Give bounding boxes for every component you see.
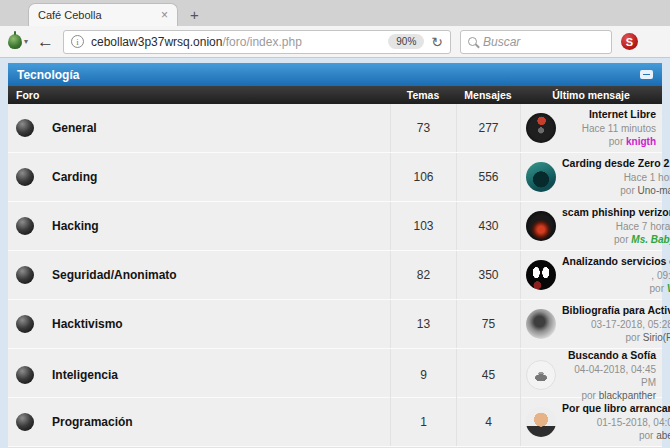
por-label: por — [620, 185, 637, 196]
search-icon — [468, 37, 477, 46]
last-post-title-link[interactable]: Bibliografía para Activis... — [562, 304, 670, 318]
forum-status-icon — [16, 266, 34, 284]
forum-name-link[interactable]: General — [42, 121, 390, 135]
forum-status-icon — [16, 413, 34, 431]
zoom-level-badge[interactable]: 90% — [388, 34, 424, 49]
back-button[interactable]: ← — [37, 33, 54, 50]
forum-status-icon — [16, 217, 34, 235]
onion-icon — [8, 34, 22, 49]
last-post-author-link[interactable]: knigth — [626, 136, 656, 147]
topic-count: 73 — [390, 104, 456, 152]
last-post-by: por Sirio(Root) — [562, 331, 670, 344]
last-post-info: Bibliografía para Activis... 03-17-2018,… — [562, 304, 670, 344]
forum-name-link[interactable]: Carding — [42, 170, 390, 184]
forum-row-seguridad-anonimato: Seguridad/Anonimato 82 350 Analizando se… — [8, 251, 662, 300]
category-header: Tecnología — [8, 63, 662, 86]
noscript-icon[interactable]: S — [621, 33, 638, 50]
avatar[interactable] — [526, 407, 556, 437]
forum-row-inteligencia: Inteligencia 9 45 Buscando a Sofía 04-04… — [8, 349, 662, 398]
forum-name-link[interactable]: Programación — [42, 415, 390, 429]
avatar[interactable] — [526, 309, 556, 339]
last-post-date: 04-04-2018, 04:45 PM — [562, 363, 656, 389]
last-post-title-link[interactable]: Por que libro arrancar so... — [562, 402, 670, 416]
forum-name-link[interactable]: Seguridad/Anonimato — [42, 268, 390, 282]
topic-count: 103 — [390, 202, 456, 250]
avatar[interactable] — [526, 211, 556, 241]
column-header-ultimo-mensaje: Último mensaje — [520, 89, 662, 101]
last-post-date: Hace 11 minutos — [562, 122, 656, 135]
forum-name-link[interactable]: Hacktivismo — [42, 317, 390, 331]
last-post-by: por Venom — [562, 282, 670, 295]
avatar[interactable] — [526, 360, 556, 390]
table-header-row: Foro Temas Mensajes Último mensaje — [8, 86, 662, 104]
last-post-title-link[interactable]: Buscando a Sofía — [562, 349, 656, 363]
forum-row-carding: Carding 106 556 Carding desde Zero 2.0 H… — [8, 153, 662, 202]
message-count: 350 — [456, 251, 520, 299]
por-label: por — [614, 234, 631, 245]
por-label: por — [650, 283, 667, 294]
last-post-cell: Internet Libre Hace 11 minutos por knigt… — [520, 104, 662, 152]
forum-status-icon — [16, 119, 34, 137]
message-count: 45 — [456, 349, 520, 402]
message-count: 75 — [456, 300, 520, 348]
topic-count: 82 — [390, 251, 456, 299]
last-post-by: por knigth — [562, 135, 656, 148]
last-post-cell: Buscando a Sofía 04-04-2018, 04:45 PM po… — [520, 349, 662, 402]
last-post-by: por Uno-mas — [562, 184, 670, 197]
last-post-by: por abejaxxx — [562, 429, 670, 442]
forum-row-hacktivismo: Hacktivismo 13 75 Bibliografía para Acti… — [8, 300, 662, 349]
message-count: 556 — [456, 153, 520, 201]
forum-row-hacking: Hacking 103 430 scam phishinp verizon Ha… — [8, 202, 662, 251]
last-post-date: Hace 1 hora — [562, 171, 670, 184]
last-post-title-link[interactable]: scam phishinp verizon — [562, 206, 670, 220]
last-post-info: Por que libro arrancar so... 01-15-2018,… — [562, 402, 670, 442]
last-post-author-link[interactable]: abejaxxx — [656, 430, 670, 441]
collapse-category-button[interactable] — [640, 70, 653, 79]
forum-status-icon — [16, 366, 34, 384]
close-icon[interactable]: × — [161, 9, 168, 21]
browser-tab[interactable]: Café Cebolla × — [28, 3, 178, 26]
last-post-author-link[interactable]: Uno-mas — [638, 185, 670, 196]
por-label: por — [639, 430, 656, 441]
last-post-title-link[interactable]: Carding desde Zero 2.0 — [562, 157, 670, 171]
search-box[interactable] — [460, 30, 612, 54]
last-post-cell: Por que libro arrancar so... 01-15-2018,… — [520, 398, 662, 446]
url-bar[interactable]: i cebollaw3p37wrsq.onion/foro/index.php … — [63, 30, 451, 54]
avatar[interactable] — [526, 162, 556, 192]
last-post-cell: Bibliografía para Activis... 03-17-2018,… — [520, 300, 662, 348]
topic-count: 1 — [390, 398, 456, 446]
url-text[interactable]: cebollaw3p37wrsq.onion/foro/index.php — [91, 35, 381, 49]
search-input[interactable] — [483, 35, 604, 49]
reload-icon[interactable]: ↻ — [431, 35, 443, 49]
url-path: /foro/index.php — [222, 35, 301, 49]
last-post-title-link[interactable]: Analizando servicios ocul... — [562, 255, 670, 269]
tab-title: Café Cebolla — [38, 9, 102, 21]
browser-toolbar: ▾ ← i cebollaw3p37wrsq.onion/foro/index.… — [0, 26, 670, 58]
forum-name-link[interactable]: Hacking — [42, 219, 390, 233]
new-tab-button[interactable]: + — [190, 6, 199, 23]
torbutton-menu[interactable]: ▾ — [8, 34, 28, 49]
por-label: por — [626, 332, 643, 343]
category-title: Tecnología — [17, 68, 79, 82]
column-header-temas: Temas — [390, 89, 456, 101]
tab-bar: Café Cebolla × + — [0, 0, 670, 26]
last-post-author-link[interactable]: Ms. Baby — [631, 234, 670, 245]
forum-row-programacion: Programación 1 4 Por que libro arrancar … — [8, 398, 662, 447]
avatar[interactable] — [526, 260, 556, 290]
forum-page: Tecnología Foro Temas Mensajes Último me… — [0, 58, 670, 448]
column-header-mensajes: Mensajes — [456, 89, 520, 101]
topic-count: 9 — [390, 349, 456, 402]
avatar[interactable] — [526, 113, 556, 143]
topic-count: 13 — [390, 300, 456, 348]
last-post-author-link[interactable]: Sirio(Root) — [643, 332, 670, 343]
forum-name-link[interactable]: Inteligencia — [42, 368, 390, 382]
last-post-title-link[interactable]: Internet Libre — [562, 108, 656, 122]
last-post-info: Buscando a Sofía 04-04-2018, 04:45 PM po… — [562, 349, 656, 402]
column-header-foro: Foro — [8, 89, 390, 101]
last-post-info: Carding desde Zero 2.0 Hace 1 hora por U… — [562, 157, 670, 197]
last-post-by: por Ms. Baby — [562, 233, 670, 246]
forum-status-icon — [16, 315, 34, 333]
last-post-cell: Carding desde Zero 2.0 Hace 1 hora por U… — [520, 153, 662, 201]
message-count: 277 — [456, 104, 520, 152]
site-info-icon[interactable]: i — [71, 35, 84, 48]
